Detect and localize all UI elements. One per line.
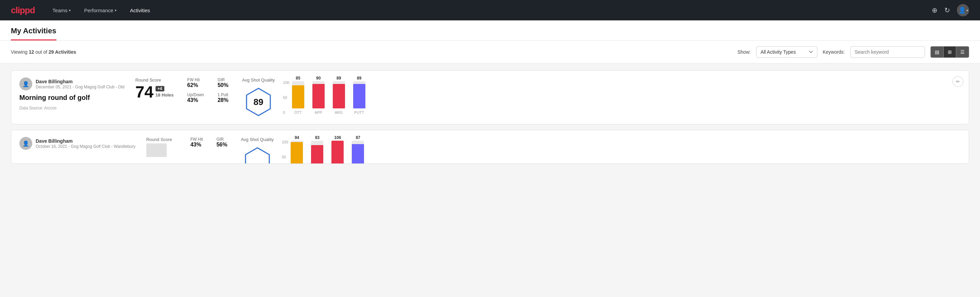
avatar-chevron-icon: ▾ [966, 8, 968, 12]
quality-title: Avg Shot Quality [242, 77, 275, 83]
user-name: Dave Billingham [36, 79, 124, 84]
view-list-wide-button[interactable]: ☰ [956, 46, 969, 57]
avatar: 👤 [19, 77, 32, 90]
bar-track [331, 141, 344, 164]
bar-group: 87PUTT [352, 135, 364, 164]
search-input[interactable] [850, 46, 925, 58]
bar-fill [291, 142, 303, 164]
bar-value: 89 [337, 76, 341, 81]
quality-title: Avg Shot Quality [241, 137, 274, 142]
performance-chevron-icon: ▾ [115, 8, 116, 12]
edit-button[interactable]: ✏ [953, 76, 963, 87]
bar-value: 87 [356, 135, 360, 140]
one-putt-value: 28% [218, 97, 229, 103]
bar-group: 85OTT [292, 76, 304, 115]
round-score-value: 74 +4 18 Holes [135, 84, 173, 100]
fw-hit-value: 62% [187, 82, 204, 88]
hexagon-container [241, 146, 274, 164]
bar-group: 90APP [312, 76, 325, 115]
quality-section: Avg Shot Quality 100 50 [241, 137, 404, 164]
bar-label: ARG [335, 110, 343, 115]
nav-activities[interactable]: Activities [129, 5, 151, 16]
bar-track [312, 81, 325, 109]
fw-hit-stat: FW Hit 62% [187, 77, 204, 88]
chart-y-labels: 100 50 0 [282, 140, 288, 164]
hexagon: 89 [243, 87, 274, 117]
fw-hit-label: FW Hit [191, 137, 203, 142]
bar-fill [352, 144, 364, 164]
card-left: 👤 Dave Billingham December 05, 2021 - Go… [19, 77, 124, 110]
user-date: December 05, 2021 - Gog Magog Golf Club … [36, 85, 124, 89]
avatar[interactable]: 👤 ▾ [957, 4, 969, 16]
user-date: October 16, 2021 - Gog Magog Golf Club -… [36, 144, 135, 149]
bar-label: PUTT [354, 110, 364, 115]
quality-header: Avg Shot Quality [241, 137, 274, 164]
fw-stats: FW Hit 43% [191, 137, 203, 148]
hexagon-svg [242, 146, 273, 164]
chart-bars: 94OTT83APP106ARG87PUTT [291, 140, 364, 164]
gir-label: GIR [218, 77, 229, 82]
nav-actions: ⊕ ↻ 👤 ▾ [932, 4, 969, 16]
add-button[interactable]: ⊕ [932, 6, 937, 14]
viewing-text: Viewing 12 out of 29 Activities [11, 49, 732, 55]
bar-label: APP [315, 110, 322, 115]
user-info: Dave Billingham December 05, 2021 - Gog … [36, 79, 124, 89]
navbar: clippd Teams ▾ Performance ▾ Activities … [0, 0, 980, 21]
view-list-compact-button[interactable]: ▤ [931, 46, 943, 57]
nav-teams[interactable]: Teams ▾ [51, 5, 72, 16]
fw-hit-value: 43% [191, 142, 203, 148]
bar-group: 83APP [311, 135, 323, 164]
activity-card: ✏ 👤 Dave Billingham December 05, 2021 - … [11, 70, 969, 125]
activity-title: Morning round of golf [19, 94, 124, 102]
bar-value: 89 [357, 76, 361, 81]
view-grid-button[interactable]: ⊞ [943, 46, 956, 57]
activity-card: 👤 Dave Billingham October 16, 2021 - Gog… [11, 130, 969, 164]
data-source: Data Source: Arccos [19, 106, 124, 110]
svg-marker-1 [245, 148, 269, 164]
fw-stats: FW Hit 62% Up/Down 43% [187, 77, 204, 103]
round-score-group: Round Score [146, 137, 177, 157]
avatar-icon: 👤 [958, 6, 966, 14]
activity-type-select[interactable]: All Activity Types [756, 46, 817, 58]
nav-performance[interactable]: Performance ▾ [83, 5, 118, 16]
hexagon-value: 89 [254, 97, 264, 107]
user-row: 👤 Dave Billingham December 05, 2021 - Go… [19, 77, 124, 90]
quality-section: Avg Shot Quality 89 100 [242, 77, 405, 117]
page-title: My Activities [11, 21, 56, 40]
bar-track [292, 81, 304, 109]
bar-group: 89ARG [333, 76, 345, 115]
bar-track [353, 81, 365, 109]
bar-fill [311, 145, 323, 164]
refresh-button[interactable]: ↻ [944, 6, 950, 14]
page-header: My Activities [0, 21, 980, 41]
hexagon-container: 89 [242, 87, 275, 117]
card-stats: Round Score 74 +4 18 Holes FW Hit 62% Up… [135, 77, 961, 117]
teams-chevron-icon: ▾ [69, 8, 71, 12]
user-info: Dave Billingham October 16, 2021 - Gog M… [36, 138, 135, 149]
chart-container: 100 50 0 85OTT90APP89ARG89PUTT [283, 81, 365, 115]
card-left: 👤 Dave Billingham October 16, 2021 - Gog… [19, 137, 135, 153]
up-down-stat: Up/Down 43% [187, 93, 204, 103]
bar-group: 106ARG [331, 135, 344, 164]
bar-value: 90 [316, 76, 321, 81]
bar-fill [333, 84, 345, 108]
holes-label: 18 Holes [156, 93, 173, 97]
fw-hit-stat: FW Hit 43% [191, 137, 203, 148]
bar-track [333, 81, 345, 109]
hexagon [242, 146, 273, 164]
gir-stat: GIR 56% [216, 137, 227, 148]
logo[interactable]: clippd [11, 5, 35, 16]
bar-fill [312, 84, 325, 109]
score-bar [146, 144, 167, 157]
list-wide-icon: ☰ [960, 49, 965, 55]
chart-y-labels: 100 50 0 [283, 81, 289, 115]
round-score-group: Round Score 74 +4 18 Holes [135, 77, 173, 100]
activities-content: ✏ 👤 Dave Billingham December 05, 2021 - … [0, 64, 980, 176]
fw-hit-label: FW Hit [187, 77, 204, 82]
gir-label: GIR [216, 137, 227, 142]
one-putt-label: 1 Putt [218, 93, 229, 97]
grid-icon: ⊞ [948, 49, 952, 55]
gir-value: 50% [218, 82, 229, 88]
card-stats: Round Score FW Hit 43% GIR 56% Avg Shot … [146, 137, 961, 164]
bar-fill [331, 141, 344, 164]
